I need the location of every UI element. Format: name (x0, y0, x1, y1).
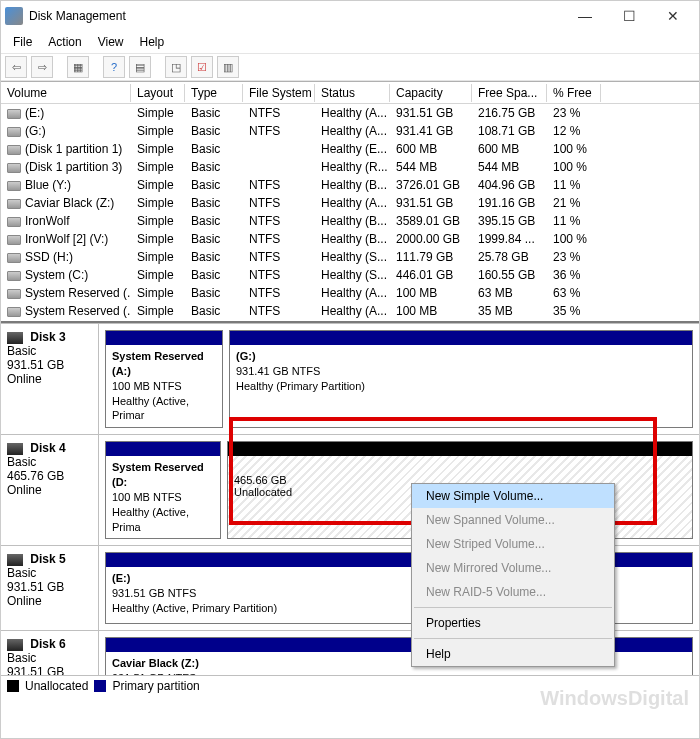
back-button[interactable]: ⇦ (5, 56, 27, 78)
menu-file[interactable]: File (5, 33, 40, 51)
volume-icon (7, 253, 21, 263)
disk-partitions: System Reserved (A:) 100 MB NTFS Healthy… (99, 324, 699, 434)
partition-status: Healthy (Active, Prima (112, 506, 189, 533)
volume-row[interactable]: IronWolfSimpleBasicNTFSHealthy (B...3589… (1, 212, 699, 230)
close-button[interactable]: ✕ (651, 2, 695, 30)
volume-icon (7, 289, 21, 299)
context-menu: New Simple Volume... New Spanned Volume.… (411, 483, 615, 667)
volume-row[interactable]: (Disk 1 partition 1)SimpleBasicHealthy (… (1, 140, 699, 158)
partition-name: System Reserved (A:) (112, 350, 204, 377)
app-icon (5, 7, 23, 25)
legend-swatch-primary (94, 680, 106, 692)
menu-separator (414, 638, 612, 639)
volume-row[interactable]: (G:)SimpleBasicNTFSHealthy (A...931.41 G… (1, 122, 699, 140)
menu-view[interactable]: View (90, 33, 132, 51)
partition-system-reserved-d[interactable]: System Reserved (D: 100 MB NTFS Healthy … (105, 441, 221, 539)
disk-title: Disk 3 (30, 330, 65, 344)
volume-row[interactable]: System Reserved (...SimpleBasicNTFSHealt… (1, 302, 699, 320)
disk-icon (7, 554, 23, 566)
disk-label: Disk 5 Basic 931.51 GB Online (1, 546, 99, 630)
partition-name: System Reserved (D: (112, 461, 204, 488)
disk-status: Online (7, 372, 42, 386)
menu-item-properties[interactable]: Properties (412, 611, 614, 635)
disk-type: Basic (7, 566, 36, 580)
disk-size: 931.51 GB (7, 358, 64, 372)
partition-status: Healthy (Primary Partition) (236, 380, 365, 392)
disk-status: Online (7, 594, 42, 608)
disk-title: Disk 4 (30, 441, 65, 455)
disk-type: Basic (7, 344, 36, 358)
menu-item-new-mirrored-volume[interactable]: New Mirrored Volume... (412, 556, 614, 580)
check-button[interactable]: ☑ (191, 56, 213, 78)
volume-list: Volume Layout Type File System Status Ca… (1, 81, 699, 320)
volume-icon (7, 271, 21, 281)
help-button[interactable]: ? (103, 56, 125, 78)
menu-help[interactable]: Help (132, 33, 173, 51)
maximize-button[interactable]: ☐ (607, 2, 651, 30)
col-percent[interactable]: % Free (547, 84, 601, 102)
volume-icon (7, 199, 21, 209)
disk-pane: Disk 3 Basic 931.51 GB Online System Res… (1, 321, 699, 675)
volume-row[interactable]: Blue (Y:)SimpleBasicNTFSHealthy (B...372… (1, 176, 699, 194)
volume-row[interactable]: (Disk 1 partition 3)SimpleBasicHealthy (… (1, 158, 699, 176)
disk-type: Basic (7, 651, 36, 665)
partition-bar (228, 442, 692, 456)
menu-action[interactable]: Action (40, 33, 89, 51)
grid-view-button[interactable]: ▦ (67, 56, 89, 78)
panel-button[interactable]: ▤ (129, 56, 151, 78)
volume-icon (7, 181, 21, 191)
disk-size: 465.76 GB (7, 469, 64, 483)
partition-info: 931.51 GB NTFS (112, 672, 196, 675)
menu-item-new-simple-volume[interactable]: New Simple Volume... (412, 484, 614, 508)
window-title: Disk Management (29, 9, 126, 23)
volume-icon (7, 307, 21, 317)
legend-swatch-unallocated (7, 680, 19, 692)
volume-icon (7, 127, 21, 137)
volume-row[interactable]: System Reserved (...SimpleBasicNTFSHealt… (1, 284, 699, 302)
volume-row[interactable]: System (C:)SimpleBasicNTFSHealthy (S...4… (1, 266, 699, 284)
col-volume[interactable]: Volume (1, 84, 131, 102)
partition-info: 100 MB NTFS (112, 380, 182, 392)
partition-info: 931.51 GB NTFS (112, 587, 196, 599)
partition-status: Healthy (Active, Primary Partition) (112, 602, 277, 614)
menu-item-new-spanned-volume[interactable]: New Spanned Volume... (412, 508, 614, 532)
volume-list-header: Volume Layout Type File System Status Ca… (1, 82, 699, 104)
volume-icon (7, 145, 21, 155)
menu-item-new-striped-volume[interactable]: New Striped Volume... (412, 532, 614, 556)
volume-icon (7, 163, 21, 173)
volume-row[interactable]: SSD (H:)SimpleBasicNTFSHealthy (S...111.… (1, 248, 699, 266)
col-capacity[interactable]: Capacity (390, 84, 472, 102)
col-free[interactable]: Free Spa... (472, 84, 547, 102)
volume-row[interactable]: IronWolf [2] (V:)SimpleBasicNTFSHealthy … (1, 230, 699, 248)
disk-label: Disk 4 Basic 465.76 GB Online (1, 435, 99, 545)
disk-label: Disk 3 Basic 931.51 GB Online (1, 324, 99, 434)
disk-row-3[interactable]: Disk 3 Basic 931.51 GB Online System Res… (1, 323, 699, 434)
partition-name: (E:) (112, 572, 130, 584)
legend: Unallocated Primary partition (1, 675, 699, 695)
col-filesystem[interactable]: File System (243, 84, 315, 102)
col-status[interactable]: Status (315, 84, 390, 102)
volume-icon (7, 235, 21, 245)
volume-row[interactable]: (E:)SimpleBasicNTFSHealthy (A...931.51 G… (1, 104, 699, 122)
disk-title: Disk 6 (30, 637, 65, 651)
col-type[interactable]: Type (185, 84, 243, 102)
list-button[interactable]: ▥ (217, 56, 239, 78)
disk-icon (7, 332, 23, 344)
disk-label: Disk 6 Basic 931.51 GB (1, 631, 99, 675)
menubar: File Action View Help (1, 31, 699, 53)
minimize-button[interactable]: — (563, 2, 607, 30)
forward-button[interactable]: ⇨ (31, 56, 53, 78)
disk-size: 931.51 GB (7, 665, 64, 675)
properties-button[interactable]: ◳ (165, 56, 187, 78)
partition-bar (230, 331, 692, 345)
partition-g[interactable]: (G:) 931.41 GB NTFS Healthy (Primary Par… (229, 330, 693, 428)
partition-bar (106, 442, 220, 456)
menu-item-help[interactable]: Help (412, 642, 614, 666)
col-layout[interactable]: Layout (131, 84, 185, 102)
partition-info: 100 MB NTFS (112, 491, 182, 503)
partition-info: 931.41 GB NTFS (236, 365, 320, 377)
menu-separator (414, 607, 612, 608)
menu-item-new-raid5-volume[interactable]: New RAID-5 Volume... (412, 580, 614, 604)
partition-system-reserved-a[interactable]: System Reserved (A:) 100 MB NTFS Healthy… (105, 330, 223, 428)
volume-row[interactable]: Caviar Black (Z:)SimpleBasicNTFSHealthy … (1, 194, 699, 212)
